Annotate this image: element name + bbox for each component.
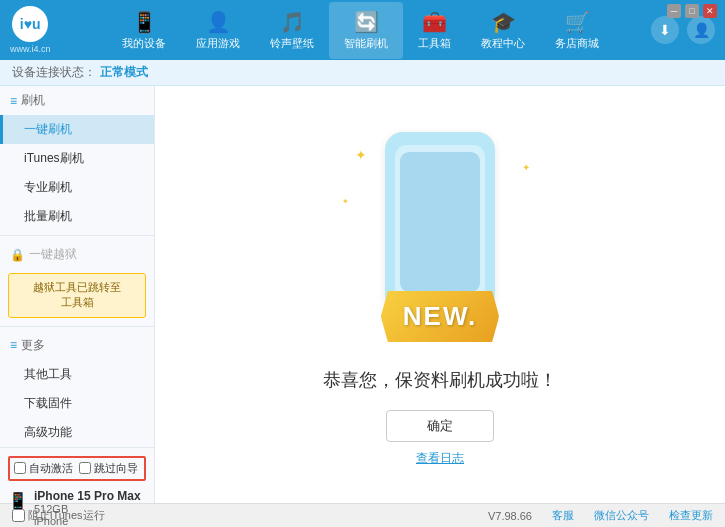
- nav-shop-label: 务店商城: [555, 36, 599, 51]
- tools-icon: 🧰: [422, 10, 447, 34]
- status-prefix: 设备连接状态：: [12, 64, 96, 81]
- skip-guide-label: 跳过向导: [94, 461, 138, 476]
- status-value: 正常模式: [100, 64, 148, 81]
- sparkle-icon-1: ✦: [355, 147, 367, 163]
- logo-text: www.i4.cn: [10, 44, 51, 54]
- stop-itunes-option[interactable]: 阻止iTunes运行: [12, 508, 105, 523]
- confirm-button[interactable]: 确定: [386, 410, 494, 442]
- nav-my-device-label: 我的设备: [122, 36, 166, 51]
- nav-tutorial-label: 教程中心: [481, 36, 525, 51]
- my-device-icon: 📱: [132, 10, 157, 34]
- sidebar-more-title: 更多: [21, 337, 45, 354]
- sidebar-jailbreak-header: 🔒 一键越狱: [0, 240, 154, 269]
- skip-guide-option[interactable]: 跳过向导: [79, 461, 138, 476]
- new-badge: NEW.: [381, 291, 499, 342]
- log-link[interactable]: 查看日志: [416, 450, 464, 467]
- auto-activate-option[interactable]: 自动激活: [14, 461, 73, 476]
- nav-flash[interactable]: 🔄 智能刷机: [329, 2, 403, 59]
- nav-tools[interactable]: 🧰 工具箱: [403, 2, 466, 59]
- download-button[interactable]: ⬇: [651, 16, 679, 44]
- flash-section-icon: ≡: [10, 94, 17, 108]
- apps-icon: 👤: [206, 10, 231, 34]
- stop-itunes-checkbox[interactable]: [12, 509, 25, 522]
- sidebar-flash-header: ≡ 刷机: [0, 86, 154, 115]
- user-button[interactable]: 👤: [687, 16, 715, 44]
- status-bar: 设备连接状态： 正常模式: [0, 60, 725, 86]
- main-nav: 📱 我的设备 👤 应用游戏 🎵 铃声壁纸 🔄 智能刷机 🧰 工具箱 🎓: [71, 2, 651, 59]
- nav-apps-label: 应用游戏: [196, 36, 240, 51]
- skip-guide-checkbox[interactable]: [79, 462, 91, 474]
- ringtone-icon: 🎵: [280, 10, 305, 34]
- shop-icon: 🛒: [565, 10, 590, 34]
- footer-version: V7.98.66: [488, 510, 532, 522]
- jailbreak-notice: 越狱工具已跳转至工具箱: [8, 273, 146, 318]
- sidebar-item-download-firmware[interactable]: 下载固件: [0, 389, 154, 418]
- success-illustration: ✦ ✦ ✦ NEW.: [330, 122, 550, 352]
- close-button[interactable]: ✕: [703, 4, 717, 18]
- sidebar-jailbreak-section: 🔒 一键越狱 越狱工具已跳转至工具箱: [0, 240, 154, 322]
- stop-itunes-label: 阻止iTunes运行: [28, 508, 105, 523]
- nav-my-device[interactable]: 📱 我的设备: [107, 2, 181, 59]
- sidebar-item-pro-flash[interactable]: 专业刷机: [0, 173, 154, 202]
- device-phone-icon: 📱: [8, 491, 28, 510]
- logo-icon: i♥u: [12, 6, 48, 42]
- divider-2: [0, 326, 154, 327]
- flash-icon: 🔄: [354, 10, 379, 34]
- header-right: ⬇ 👤: [651, 16, 715, 44]
- sidebar-more-section: ≡ 更多 其他工具 下载固件 高级功能: [0, 331, 154, 447]
- tutorial-icon: 🎓: [491, 10, 516, 34]
- nav-ringtone-label: 铃声壁纸: [270, 36, 314, 51]
- footer-wechat[interactable]: 微信公众号: [594, 508, 649, 523]
- nav-flash-label: 智能刷机: [344, 36, 388, 51]
- sidebar-flash-section: ≡ 刷机 一键刷机 iTunes刷机 专业刷机 批量刷机: [0, 86, 154, 231]
- phone-screen-outer: [395, 145, 485, 300]
- sidebar-jailbreak-title: 一键越狱: [29, 246, 77, 263]
- maximize-button[interactable]: □: [685, 4, 699, 18]
- nav-tools-label: 工具箱: [418, 36, 451, 51]
- nav-apps[interactable]: 👤 应用游戏: [181, 2, 255, 59]
- phone-screen-inner: [400, 152, 480, 292]
- sidebar-item-other-tools[interactable]: 其他工具: [0, 360, 154, 389]
- new-badge-text: NEW.: [403, 301, 477, 331]
- app-header: i♥u www.i4.cn 📱 我的设备 👤 应用游戏 🎵 铃声壁纸 🔄 智能刷…: [0, 0, 725, 60]
- sidebar-item-batch-flash[interactable]: 批量刷机: [0, 202, 154, 231]
- divider-1: [0, 235, 154, 236]
- main-content: ≡ 刷机 一键刷机 iTunes刷机 专业刷机 批量刷机 🔒 一键越狱 越狱工具…: [0, 86, 725, 503]
- sidebar-item-one-key-flash[interactable]: 一键刷机: [0, 115, 154, 144]
- nav-ringtone[interactable]: 🎵 铃声壁纸: [255, 2, 329, 59]
- footer-check-update[interactable]: 检查更新: [669, 508, 713, 523]
- sidebar: ≡ 刷机 一键刷机 iTunes刷机 专业刷机 批量刷机 🔒 一键越狱 越狱工具…: [0, 86, 155, 503]
- device-name: iPhone 15 Pro Max: [34, 489, 141, 503]
- sparkle-icon-2: ✦: [522, 162, 530, 173]
- auto-activate-checkbox[interactable]: [14, 462, 26, 474]
- content-area: ✦ ✦ ✦ NEW. 恭喜您，保资料刷机成功啦！ 确定 查看日志: [155, 86, 725, 503]
- sidebar-more-header: ≡ 更多: [0, 331, 154, 360]
- auto-activate-label: 自动激活: [29, 461, 73, 476]
- sidebar-flash-title: 刷机: [21, 92, 45, 109]
- options-row: 自动激活 跳过向导: [8, 456, 146, 481]
- sparkle-icon-3: ✦: [342, 197, 349, 206]
- app-logo: i♥u www.i4.cn: [10, 6, 51, 54]
- sidebar-item-itunes-flash[interactable]: iTunes刷机: [0, 144, 154, 173]
- footer-customer-service[interactable]: 客服: [552, 508, 574, 523]
- minimize-button[interactable]: ─: [667, 4, 681, 18]
- nav-tutorial[interactable]: 🎓 教程中心: [466, 2, 540, 59]
- phone-shape: [385, 132, 495, 312]
- jailbreak-section-icon: 🔒: [10, 248, 25, 262]
- more-section-icon: ≡: [10, 338, 17, 352]
- success-message: 恭喜您，保资料刷机成功啦！: [323, 368, 557, 392]
- nav-shop[interactable]: 🛒 务店商城: [540, 2, 614, 59]
- sidebar-item-advanced[interactable]: 高级功能: [0, 418, 154, 447]
